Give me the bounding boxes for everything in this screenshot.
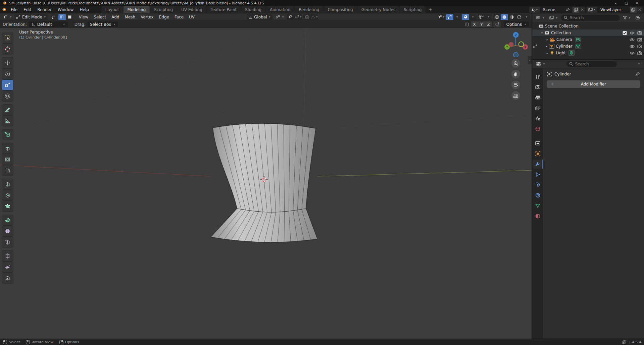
menu-help[interactable]: Help [77,7,92,12]
tool-rip-region[interactable] [2,273,13,283]
camera-render-toggle[interactable] [637,51,642,55]
show-gizmo-toggle[interactable] [446,14,453,20]
menu-window[interactable]: Window [55,7,77,12]
properties-tab-modifiers[interactable] [533,160,543,169]
pin-icon[interactable] [635,72,640,76]
snap-toggle[interactable] [287,14,295,20]
outliner-row-collection[interactable]: ▾Collection [532,30,644,36]
mirror-z-button[interactable]: Z [485,21,492,27]
tool-extrude-region[interactable] [2,143,13,154]
viewport-menu-face[interactable]: Face [172,14,186,20]
outliner-item-label[interactable]: Scene Collection [545,24,579,28]
viewport-menu-uv[interactable]: UV [186,14,197,20]
workspace-tab-rendering[interactable]: Rendering [295,6,323,13]
correct-face-attributes-toggle[interactable] [493,21,501,27]
viewport-menu-edge[interactable]: Edge [156,14,172,20]
workspace-tab-texture-paint[interactable]: Texture Paint [207,6,241,13]
tool-annotate[interactable] [2,105,13,115]
outliner-row-light[interactable]: ▸Light [532,50,644,56]
properties-search-input[interactable]: Search [566,61,617,67]
properties-tab-render[interactable] [533,83,543,92]
shading-wireframe-button[interactable] [493,14,501,20]
app-menu-button[interactable] [0,6,8,13]
tool-shear[interactable] [2,262,13,272]
mesh-data-icon[interactable] [575,44,581,49]
properties-tab-particles[interactable] [533,170,543,179]
workspace-tab-animation[interactable]: Animation [266,6,294,13]
gizmo-dropdown[interactable]: ▾ [453,14,461,20]
editor-type-dropdown[interactable]: ▾ [1,14,14,20]
mirror-y-button[interactable]: Y [478,21,485,27]
outliner-row-camera[interactable]: ▸Camera [532,36,644,43]
remove-viewlayer-button[interactable]: ✕ [637,7,643,12]
camera-view-button[interactable] [511,80,520,89]
tool-spin[interactable] [2,215,13,225]
workspace-tab-uv-editing[interactable]: UV Editing [177,6,206,13]
shading-material-button[interactable] [508,14,515,20]
workspace-tab-modeling[interactable]: Modeling [123,6,150,13]
new-viewlayer-button[interactable] [630,7,637,13]
pan-view-button[interactable] [511,70,520,78]
properties-tab-output[interactable] [533,93,543,102]
viewlayer-name-field[interactable]: ViewLayer [598,7,630,13]
tool-poly-build[interactable] [2,201,13,212]
tool-bevel[interactable] [2,165,13,176]
xray-toggle[interactable] [478,14,485,20]
expand-chevron[interactable]: ▾ [540,31,544,35]
expand-chevron[interactable]: ▸ [545,51,550,55]
new-collection-button[interactable] [634,15,642,21]
outliner-row-cylinder[interactable]: ▸Cylinder [532,43,644,50]
tool-smooth[interactable] [2,226,13,236]
viewport-menu-select[interactable]: Select [91,14,109,20]
menu-edit[interactable]: Edit [20,7,34,12]
checkbox-toggle[interactable] [623,31,627,35]
camera-render-toggle[interactable] [637,44,642,48]
tool-add-cube[interactable] [2,129,13,140]
eye-toggle[interactable] [630,45,635,48]
tool-select-box[interactable] [2,33,13,43]
drag-dropdown[interactable]: Select Box ▾ [88,21,118,27]
viewport-menu-view[interactable]: View [76,14,91,20]
outliner-search-input[interactable]: Search [561,15,620,21]
tool-shrink-fatten[interactable] [2,251,13,261]
properties-tab-constraints[interactable] [533,191,543,200]
viewlayer-type-dropdown[interactable]: ▾ [587,7,598,13]
eye-toggle[interactable] [630,31,635,35]
scene-name-field[interactable]: Scene [540,7,573,13]
snap-with-dropdown[interactable]: ▾ [295,14,302,20]
workspace-tab-scripting[interactable]: Scripting [400,6,426,13]
minimize-button[interactable]: – [610,0,621,6]
tool-cursor[interactable] [2,44,13,54]
light-data-icon[interactable] [568,50,575,56]
viewport-menu-mesh[interactable]: Mesh [122,14,138,20]
eye-toggle[interactable] [630,51,635,55]
mode-dropdown[interactable]: Edit Mode ▾ [14,14,48,20]
mirror-x-button[interactable]: X [471,21,478,27]
breadcrumb-object-name[interactable]: Cylinder [554,72,571,76]
menu-file[interactable]: File [8,7,20,12]
viewport-menu-add[interactable]: Add [109,14,122,20]
maximize-button[interactable]: □ [621,0,631,6]
pivot-point-dropdown[interactable]: ▾ [274,14,286,20]
show-overlays-toggle[interactable] [462,14,469,20]
add-workspace-button[interactable]: + [426,6,435,13]
toggle-ortho-button[interactable] [511,91,520,100]
add-modifier-button[interactable]: + Add Modifier [547,80,640,88]
properties-tab-scene[interactable] [533,114,543,123]
options-dropdown[interactable]: Options ▾ [504,21,529,27]
outliner-display-mode-dropdown[interactable]: ▾ [548,15,560,21]
workspace-tab-shading[interactable]: Shading [241,6,265,13]
camera-render-toggle[interactable] [637,38,642,42]
overlays-dropdown[interactable]: ▾ [469,14,477,20]
camera-render-toggle[interactable] [637,31,642,35]
outliner-type-dropdown[interactable]: ▾ [534,15,546,21]
zoom-view-button[interactable] [511,59,520,68]
shading-solid-button[interactable] [501,14,508,20]
select-mode-face-button[interactable] [66,14,73,20]
properties-tab-physics[interactable] [533,180,543,189]
outliner-item-label[interactable]: Light [556,51,566,55]
orientation-dropdown[interactable]: Default ▾ [29,21,68,27]
navigation-gizmo[interactable]: Z X Y [504,30,528,57]
properties-tab-world[interactable] [533,124,543,133]
properties-type-dropdown[interactable]: ▾ [534,61,547,67]
